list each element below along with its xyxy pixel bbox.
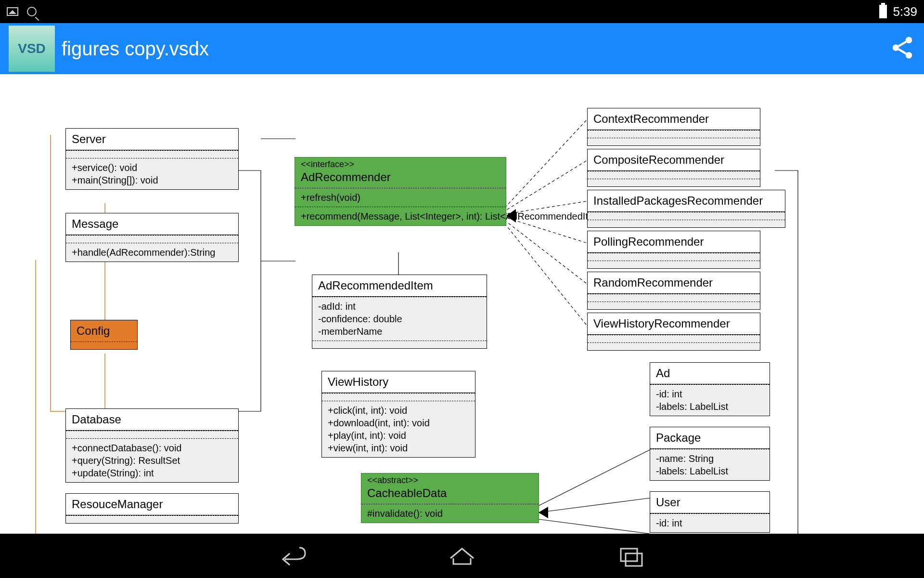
class-adrecommendeditem[interactable]: AdRecommendedItem -adId: int -confidence… bbox=[312, 275, 487, 349]
app-logo-icon[interactable]: VSD bbox=[9, 26, 55, 72]
recent-apps-icon bbox=[614, 543, 649, 567]
svg-point-1 bbox=[893, 44, 899, 51]
class-title: CacheableData bbox=[361, 486, 539, 504]
app-toolbar: VSD figures copy.vsdx bbox=[0, 23, 924, 74]
class-title: ViewHistoryRecommender bbox=[588, 313, 760, 335]
search-notif-icon bbox=[27, 7, 37, 16]
class-contextrecommender[interactable]: ContextRecommender bbox=[587, 108, 760, 146]
class-attrs bbox=[322, 393, 475, 401]
class-methods: +service(): void +main(String[]): void bbox=[66, 158, 238, 189]
class-title: InstalledPackagesRecommender bbox=[588, 190, 785, 212]
class-user[interactable]: User -id: int bbox=[650, 491, 770, 533]
class-pollingrecommender[interactable]: PollingRecommender bbox=[587, 231, 760, 269]
nav-home-button[interactable] bbox=[445, 543, 479, 569]
class-database[interactable]: Database +connectDatabase(): void +query… bbox=[65, 408, 239, 483]
class-installedpackagesrecommender[interactable]: InstalledPackagesRecommender bbox=[587, 190, 785, 228]
class-attrs: -adId: int -confidence: double -memberNa… bbox=[312, 297, 487, 341]
class-attrs bbox=[588, 171, 760, 179]
class-server[interactable]: Server +service(): void +main(String[]):… bbox=[65, 128, 239, 190]
abstract-cacheabledata[interactable]: <<abstract>> CacheableData #invalidate()… bbox=[361, 473, 539, 523]
class-title: Database bbox=[66, 409, 238, 431]
svg-point-2 bbox=[906, 52, 912, 59]
class-viewhistory[interactable]: ViewHistory +click(int, int): void +down… bbox=[321, 371, 475, 458]
class-attrs bbox=[71, 342, 137, 349]
class-methods bbox=[588, 302, 760, 309]
class-title: Ad bbox=[650, 363, 770, 384]
class-methods bbox=[588, 138, 760, 145]
class-title: Server bbox=[66, 129, 238, 150]
class-methods: +refresh(void) bbox=[295, 188, 506, 207]
class-compositerecommender[interactable]: CompositeRecommender bbox=[587, 149, 760, 187]
android-status-bar: 5:39 bbox=[0, 0, 924, 23]
svg-rect-6 bbox=[626, 553, 642, 566]
share-button[interactable] bbox=[889, 35, 915, 63]
class-package[interactable]: Package -name: String -labels: LabelList bbox=[650, 427, 770, 481]
class-methods: +click(int, int): void +download(int, in… bbox=[322, 401, 475, 457]
class-title: ContextRecommender bbox=[588, 108, 760, 130]
android-nav-bar bbox=[0, 534, 924, 578]
class-attrs bbox=[66, 235, 238, 243]
class-viewhistoryrecommender[interactable]: ViewHistoryRecommender bbox=[587, 313, 760, 351]
class-title: ResouceManager bbox=[66, 494, 238, 515]
class-title: AdRecommender bbox=[295, 170, 506, 188]
class-attrs bbox=[588, 335, 760, 342]
interface-adrecommender[interactable]: <<interface>> AdRecommender +refresh(voi… bbox=[295, 157, 506, 226]
class-title: PollingRecommender bbox=[588, 231, 760, 253]
svg-rect-5 bbox=[621, 549, 637, 561]
class-attrs bbox=[588, 294, 760, 302]
class-title: RandomRecommender bbox=[588, 272, 760, 294]
class-title: User bbox=[650, 492, 770, 513]
class-title: Package bbox=[650, 427, 770, 449]
class-attrs: -id: int -labels: LabelList bbox=[650, 384, 770, 416]
svg-marker-4 bbox=[539, 507, 548, 518]
class-resource-manager[interactable]: ResouceManager bbox=[65, 493, 239, 524]
back-icon bbox=[275, 543, 310, 567]
class-attrs bbox=[588, 212, 785, 220]
battery-icon bbox=[879, 5, 887, 18]
nav-back-button[interactable] bbox=[275, 543, 310, 569]
status-time: 5:39 bbox=[893, 4, 917, 19]
stereotype-label: <<abstract>> bbox=[361, 473, 539, 486]
class-methods bbox=[588, 342, 760, 350]
document-title: figures copy.vsdx bbox=[62, 38, 209, 60]
class-methods bbox=[588, 261, 760, 268]
class-message[interactable]: Message +handle(AdRecommender):String bbox=[65, 213, 239, 262]
class-methods bbox=[312, 341, 487, 348]
class-title: AdRecommendedItem bbox=[312, 275, 487, 297]
svg-point-0 bbox=[906, 37, 912, 44]
diagram-canvas[interactable]: Server +service(): void +main(String[]):… bbox=[0, 74, 924, 534]
class-attrs bbox=[66, 515, 238, 523]
class-title: Message bbox=[66, 213, 238, 235]
class-methods bbox=[588, 220, 785, 227]
class-attrs bbox=[588, 130, 760, 138]
class-ad[interactable]: Ad -id: int -labels: LabelList bbox=[650, 362, 770, 416]
gallery-notif-icon bbox=[7, 7, 18, 16]
share-icon bbox=[889, 35, 915, 61]
class-methods: +handle(AdRecommender):String bbox=[66, 243, 238, 262]
class-title: CompositeRecommender bbox=[588, 149, 760, 171]
class-randomrecommender[interactable]: RandomRecommender bbox=[587, 272, 760, 310]
class-attrs bbox=[66, 150, 238, 158]
class-methods: #invalidate(): void bbox=[361, 504, 539, 523]
home-icon bbox=[445, 543, 479, 567]
class-methods: +connectDatabase(): void +query(String):… bbox=[66, 438, 238, 482]
nav-recent-button[interactable] bbox=[614, 543, 649, 569]
class-config[interactable]: Config bbox=[70, 320, 138, 350]
class-attrs bbox=[588, 253, 760, 261]
class-attrs bbox=[66, 431, 238, 438]
stereotype-label: <<interface>> bbox=[295, 158, 506, 170]
class-attrs: -id: int bbox=[650, 513, 770, 532]
class-methods: +recommend(Message, List<Integer>, int):… bbox=[295, 207, 506, 225]
class-title: Config bbox=[71, 320, 137, 342]
class-methods bbox=[588, 179, 760, 186]
class-attrs: -name: String -labels: LabelList bbox=[650, 449, 770, 480]
class-title: ViewHistory bbox=[322, 371, 475, 393]
